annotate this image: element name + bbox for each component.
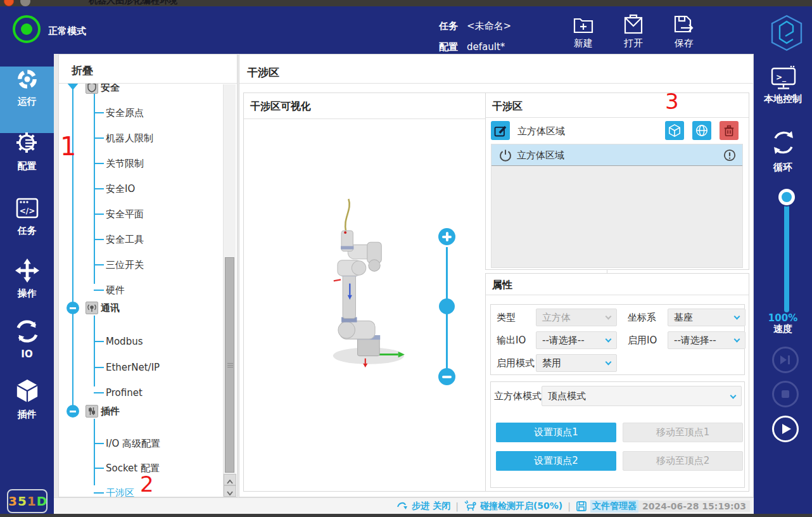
main-content: 干涉区 干涉区可视化 [239, 54, 754, 497]
sidebar-item-plugin[interactable]: 插件 [0, 378, 54, 421]
move-vertex2-button[interactable]: 移动至顶点2 [623, 451, 743, 471]
set-vertex2-button[interactable]: 设置顶点2 [496, 451, 616, 471]
set-vertex1-button[interactable]: 设置顶点1 [496, 423, 616, 442]
window-bottom-edge [0, 514, 812, 517]
tree-line [94, 87, 95, 284]
config-row: 配置default* [439, 41, 505, 53]
floppy-icon [576, 501, 587, 512]
scrollbar-thumb[interactable] [225, 257, 234, 473]
open-task-button[interactable]: 打开 [614, 14, 653, 49]
properties-title: 属性 [492, 279, 512, 292]
annotation-3: 3 [665, 89, 679, 114]
enable-io-dropdown[interactable]: --请选择-- [668, 331, 745, 349]
play-button[interactable] [772, 416, 799, 442]
local-control-icon[interactable]: >_ [770, 65, 797, 93]
enable-mode-dropdown[interactable]: 禁用 [536, 354, 617, 372]
window-titlebar: 机器人图形化编程环境 [0, 0, 812, 6]
scroll-up-button[interactable] [224, 474, 236, 485]
props-form: 类型 立方体 坐标系 基座 输出IO --请选择-- 启用IO --请选择-- … [490, 304, 745, 375]
edit-zone-button[interactable] [491, 121, 510, 140]
robot-3d-view[interactable] [320, 198, 428, 369]
output-io-label: 输出IO [497, 335, 526, 347]
zone-list: 立方体区域 [491, 144, 743, 268]
new-task-button[interactable]: 新建 [564, 14, 603, 49]
clock-timestamp: 2024-06-28 15:19:03 [638, 501, 750, 512]
collision-icon [464, 500, 477, 512]
zoom-out-button[interactable] [438, 368, 455, 385]
cube-zone-button[interactable] [665, 121, 684, 140]
speed-slider-track[interactable] [784, 205, 789, 312]
new-folder-icon [573, 14, 594, 34]
stop-button[interactable] [772, 381, 799, 407]
gear-icon [15, 130, 40, 155]
move-arrows-icon [15, 258, 39, 283]
scroll-down-button[interactable] [224, 485, 236, 497]
globe-zone-button[interactable] [692, 121, 711, 140]
app-window: 机器人图形化编程环境 正常模式 任务<未命名> 配置default* 新建 打开 [0, 0, 812, 517]
window-title: 机器人图形化编程环境 [89, 0, 177, 6]
tree-header: 折叠 [59, 54, 237, 84]
annotation-1: 1 [60, 132, 76, 161]
task-label: 任务 [439, 20, 458, 32]
zone-list-item[interactable]: 立方体区域 [492, 144, 742, 166]
tree-line [94, 419, 95, 485]
speed-label: 速度 [754, 323, 812, 335]
sidebar-item-run[interactable]: 运行 [0, 68, 54, 108]
step-mode-status[interactable]: 步进 关闭 [396, 500, 450, 512]
type-dropdown[interactable]: 立方体 [536, 309, 617, 326]
svg-text:</>: </> [19, 207, 35, 215]
frame-dropdown[interactable]: 基座 [668, 309, 745, 326]
file-manager-button[interactable]: 文件管理器 [576, 500, 638, 513]
sidebar-item-operate[interactable]: 操作 [0, 258, 54, 300]
zoom-in-button[interactable] [438, 228, 455, 245]
zone-panel-title: 干涉区 [492, 100, 523, 113]
collapse-all-button[interactable]: 折叠 [72, 63, 93, 78]
annotation-2: 2 [140, 471, 154, 497]
page-title: 干涉区 [247, 65, 279, 80]
power-icon[interactable] [499, 149, 512, 162]
normal-mode-status-icon[interactable] [13, 15, 41, 43]
task-value: <未命名> [467, 20, 511, 32]
io-cycle-icon [15, 319, 39, 343]
status-bar: 步进 关闭 | 碰撞检测开启(50%) | 文件管理器 2024-06-28 1… [54, 497, 754, 514]
sidebar-item-io[interactable]: IO [0, 319, 54, 360]
svg-text:>_: >_ [776, 73, 786, 82]
enable-mode-label: 启用模式 [497, 357, 535, 369]
run-icon [16, 68, 39, 91]
delete-zone-button[interactable] [720, 121, 739, 140]
step-forward-button[interactable] [772, 347, 799, 373]
zone-name-label: 立方体区域 [517, 125, 565, 137]
sidebar-item-task[interactable]: </> 任务 [0, 197, 54, 237]
antenna-icon [86, 302, 98, 314]
left-sidebar: 运行 配置 </> 任务 操作 [0, 54, 54, 514]
config-value: default* [467, 41, 505, 53]
save-task-button[interactable]: 保存 [664, 14, 704, 49]
save-icon [673, 14, 695, 34]
move-vertex1-button[interactable]: 移动至顶点1 [623, 423, 743, 442]
minimize-icon[interactable] [20, 0, 30, 6]
local-control-label: 本地控制 [754, 93, 812, 105]
task-row: 任务<未命名> [439, 20, 511, 32]
collapse-minus-icon[interactable] [67, 405, 79, 418]
viz-panel-title: 干涉区可视化 [250, 100, 311, 113]
cube-mode-box: 立方体模式 顶点模式 设置顶点1 移动至顶点1 设置顶点2 移动至顶点2 [490, 381, 745, 488]
collision-detect-status[interactable]: 碰撞检测开启(50%) [464, 500, 562, 512]
code-window-icon: </> [15, 197, 39, 220]
loop-icon[interactable] [770, 129, 797, 159]
tree-scrollbar[interactable] [223, 84, 236, 497]
warning-exclamation-icon [723, 149, 736, 162]
config-label: 配置 [439, 41, 458, 53]
tree-panel: 安全 安全原点 机器人限制 关节限制 安全IO 安全平面 安全工具 三位开关 硬… [58, 54, 238, 497]
collapse-minus-icon[interactable] [67, 302, 79, 314]
cube-mode-dropdown[interactable]: 顶点模式 [542, 386, 742, 406]
loop-label: 循环 [754, 162, 812, 174]
app-logo-icon [770, 13, 803, 55]
zoom-slider-handle[interactable] [439, 298, 455, 314]
step-icon [396, 500, 409, 512]
open-icon [623, 14, 644, 34]
speed-slider-handle[interactable] [778, 189, 795, 205]
close-icon[interactable] [4, 0, 14, 6]
zone-panel: 干涉区 立方体区域 [485, 93, 749, 270]
output-io-dropdown[interactable]: --请选择-- [536, 331, 617, 349]
sidebar-item-config[interactable]: 配置 [0, 130, 54, 172]
